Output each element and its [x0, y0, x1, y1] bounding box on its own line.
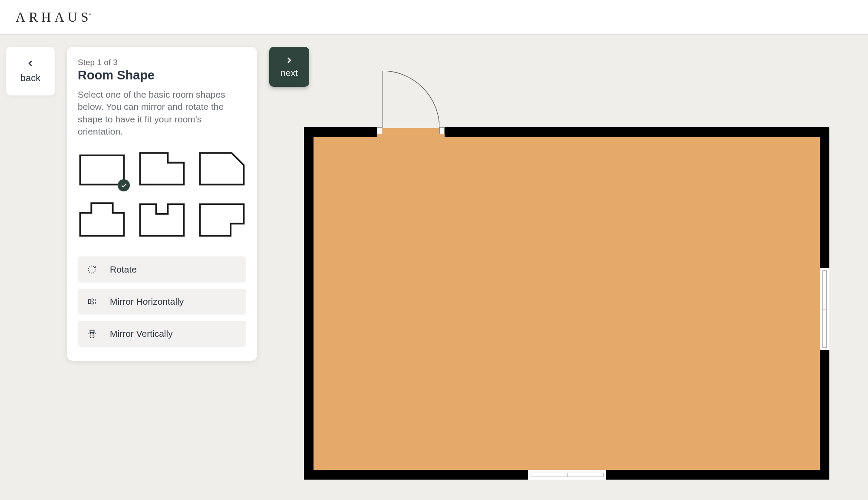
action-list: Rotate Mirror Horizontally [78, 257, 246, 347]
mirror-horizontal-icon [87, 297, 97, 306]
mirror-h-label: Mirror Horizontally [110, 296, 184, 307]
svg-rect-10 [90, 330, 94, 333]
rotate-icon [87, 265, 97, 274]
door-swing-icon [382, 71, 439, 128]
back-button[interactable]: back [6, 47, 55, 95]
brand-dot: • [89, 11, 95, 18]
next-button-label: next [281, 68, 298, 78]
svg-marker-3 [80, 204, 124, 236]
room-shape-panel: Step 1 of 3 Room Shape Select one of the… [67, 47, 257, 361]
svg-rect-7 [89, 300, 91, 304]
rotate-button[interactable]: Rotate [78, 257, 246, 283]
mirror-vertical-button[interactable]: Mirror Vertically [78, 321, 246, 347]
back-button-label: back [20, 72, 40, 84]
selected-check-badge [118, 179, 130, 191]
l-shape-2-icon [198, 198, 246, 239]
svg-marker-4 [140, 204, 184, 236]
brand-text: ARHAUS [16, 10, 92, 25]
svg-marker-2 [200, 153, 244, 185]
svg-rect-11 [90, 335, 94, 338]
chevron-left-icon [26, 59, 35, 68]
window-right [820, 268, 829, 350]
t-notch-icon [78, 198, 126, 239]
next-button[interactable]: next [269, 47, 309, 87]
mirror-vertical-icon [87, 329, 97, 339]
rotate-label: Rotate [110, 264, 137, 275]
shape-option-chamfer[interactable] [198, 147, 246, 188]
shape-option-t-notch[interactable] [78, 198, 126, 239]
shape-grid [78, 147, 246, 239]
svg-marker-5 [200, 204, 244, 236]
app-header: ARHAUS• [0, 0, 868, 35]
u-notch-icon [138, 198, 186, 239]
door-frame-left [377, 127, 382, 134]
l-shape-icon [138, 147, 186, 188]
svg-marker-0 [80, 155, 124, 184]
door-frame-right [439, 127, 445, 134]
shape-option-l-top-right[interactable] [138, 147, 186, 188]
door-opening [377, 127, 445, 137]
step-indicator: Step 1 of 3 [78, 58, 246, 67]
svg-rect-8 [93, 300, 96, 304]
shape-option-rectangle[interactable] [78, 147, 126, 188]
panel-title: Room Shape [78, 68, 246, 82]
check-icon [121, 182, 127, 189]
shape-option-l-bottom-right[interactable] [198, 198, 246, 239]
mirror-horizontal-button[interactable]: Mirror Horizontally [78, 289, 246, 315]
mirror-v-label: Mirror Vertically [110, 329, 173, 339]
svg-marker-1 [140, 153, 184, 185]
panel-description: Select one of the basic room shapes belo… [78, 89, 246, 138]
shape-option-u-notch[interactable] [138, 198, 186, 239]
brand-logo: ARHAUS• [16, 10, 92, 25]
window-bottom [528, 470, 606, 480]
floorplan-canvas[interactable] [304, 102, 829, 480]
room-floor [314, 137, 820, 470]
chevron-right-icon [284, 56, 294, 65]
chamfered-icon [198, 147, 246, 188]
